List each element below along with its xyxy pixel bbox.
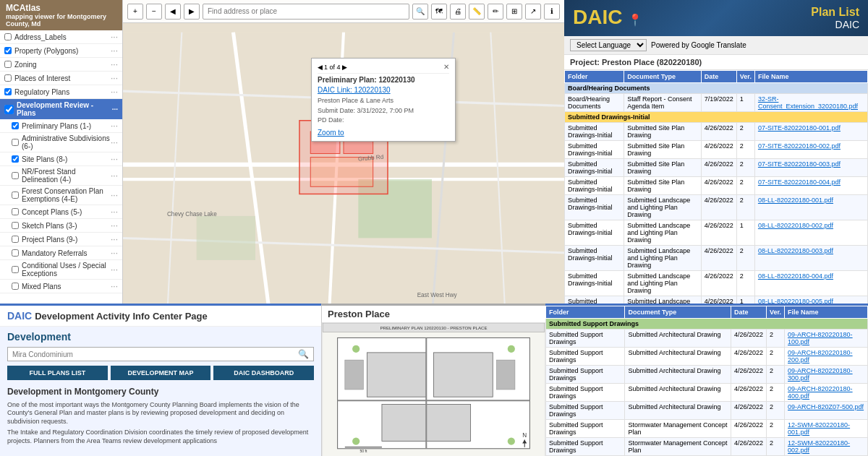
layer-checkbox[interactable] [4,47,12,54]
forward-button[interactable]: ▶ [184,4,200,20]
table-row[interactable]: Board/Hearing Documents Staff Report - C… [565,94,868,112]
language-select[interactable]: Select Language [570,39,647,51]
basemap-button[interactable]: 🗺 [431,4,447,20]
cell-file[interactable]: 07-SITE-820220180-002.pdf [754,141,867,159]
layer-group-dots[interactable]: ··· [112,106,118,113]
file-link[interactable]: 09-ARCH-820220180-200.pdf [788,349,853,363]
file-link[interactable]: 08-LL-820220180-005.pdf [758,298,833,304]
file-link[interactable]: 08-LL-820220180-003.pdf [758,247,833,254]
table-row[interactable]: Submitted Drawings-Initial Submitted Lan… [565,195,868,220]
cell-file[interactable]: 09-ARCH-820Z07-500.pdf [785,402,868,420]
file-link[interactable]: 07-SITE-820220180-002.pdf [758,142,841,150]
cell-file[interactable]: 07-SITE-820220180-004.pdf [754,177,867,195]
popup-daic-link[interactable]: DAIC Link: 120220130 [318,86,391,94]
popup-close-button[interactable]: ✕ [443,63,449,71]
layer-checkbox[interactable] [12,192,19,199]
measure-button[interactable]: 📏 [469,4,485,20]
popup-next-button[interactable]: ▶ [342,64,347,71]
layer-dots[interactable]: ··· [111,46,118,56]
layer-checkbox[interactable] [4,74,12,82]
layer-dots[interactable]: ··· [111,234,118,244]
share-button[interactable]: ↗ [525,4,541,20]
layer-dots[interactable]: ··· [111,171,118,181]
layer-dots[interactable]: ··· [111,190,118,200]
cell-file[interactable]: 32-SR-Consent_Extension_32020180.pdf [754,94,867,112]
layer-checkbox[interactable] [4,88,12,95]
layer-checkbox[interactable] [4,33,12,40]
table-row[interactable]: Submitted Support Drawings Submitted Arc… [546,384,868,402]
map-search-input[interactable] [203,4,409,20]
layer-checkbox[interactable] [12,172,19,179]
zoom-out-button[interactable]: − [146,4,162,20]
draw-button[interactable]: ✏ [488,4,503,20]
file-link[interactable]: 09-ARCH-820220180-100.pdf [788,331,853,345]
cell-file[interactable]: 07-SITE-820220180-003.pdf [754,159,867,177]
info-button[interactable]: ℹ [544,4,560,20]
file-link[interactable]: 09-ARCH-820220180-300.pdf [788,367,853,382]
layer-checkbox[interactable] [4,61,12,68]
search-icon[interactable]: 🔍 [412,4,428,20]
popup-prev-button[interactable]: ◀ [318,64,323,71]
layer-dots[interactable]: ··· [111,32,118,42]
layer-checkbox-dev-review[interactable] [4,105,14,114]
layer-checkbox[interactable] [12,249,19,257]
layer-dots[interactable]: ··· [111,248,118,258]
cell-file[interactable]: 08-LL-820220180-004.pdf [754,271,867,296]
layer-dots[interactable]: ··· [111,87,118,97]
layer-checkbox[interactable] [12,266,19,273]
layer-dots[interactable]: ··· [111,137,118,147]
zoom-in-button[interactable]: + [127,4,143,20]
layer-dots[interactable]: ··· [111,220,118,231]
cell-file[interactable]: 09-ARCH-820220180-100.pdf [785,330,868,348]
layer-dots[interactable]: ··· [111,281,118,291]
table-row[interactable]: Submitted Support Drawings Stormwater Ma… [546,420,868,438]
table-row[interactable]: Submitted Drawings-Initial Submitted Sit… [565,123,868,141]
table-row[interactable]: Submitted Drawings-Initial Submitted Sit… [565,177,868,195]
layer-dots[interactable]: ··· [111,121,118,131]
table-row[interactable]: Submitted Support Drawings Submitted Arc… [546,366,868,384]
table-row[interactable]: Submitted Drawings-Initial Submitted Lan… [565,220,868,246]
cell-file[interactable]: 09-ARCH-820220180-200.pdf [785,348,868,366]
table-row[interactable]: Submitted Drawings-Initial Submitted Lan… [565,296,868,304]
file-link[interactable]: 08-LL-820220180-001.pdf [758,197,833,204]
map-area[interactable]: + − ◀ ▶ 🔍 🗺 🖨 📏 ✏ ⊞ ↗ ℹ [123,0,564,304]
layer-toggle-button[interactable]: ⊞ [506,4,522,20]
dev-search-input[interactable] [12,350,298,358]
layer-checkbox[interactable] [12,283,19,290]
table-row[interactable]: Submitted Drawings-Initial Submitted Lan… [565,271,868,296]
file-link[interactable]: 12-SWM-820220180-001.pdf [788,421,850,436]
table-row[interactable]: Submitted Support Drawings Submitted Arc… [546,402,868,420]
table-row[interactable]: Submitted Support Drawings Submitted Arc… [546,348,868,366]
file-link[interactable]: 08-LL-820220180-002.pdf [758,222,833,229]
layer-dots[interactable]: ··· [111,154,118,164]
file-link[interactable]: 07-SITE-820220180-004.pdf [758,178,841,186]
table-row[interactable]: Submitted Drawings-Initial Submitted Sit… [565,159,868,177]
layer-checkbox[interactable] [12,155,19,163]
file-link[interactable]: 08-LL-820220180-004.pdf [758,272,833,280]
file-link[interactable]: 32-SR-Consent_Extension_32020180.pdf [758,95,858,110]
layer-checkbox[interactable] [12,222,19,229]
table-row[interactable]: Submitted Drawings-Initial Submitted Lan… [565,246,868,271]
table-row[interactable]: Submitted Support Drawings Submitted Arc… [546,330,868,348]
full-plans-button[interactable]: FULL PLANS LIST [7,366,108,380]
file-link[interactable]: 12-SWM-820220180-002.pdf [788,439,850,454]
file-link[interactable]: 07-SITE-820220180-001.pdf [758,124,841,132]
file-link[interactable]: 09-ARCH-820Z07-500.pdf [788,403,864,410]
cell-file[interactable]: 12-SWM-820220180-001.pdf [785,420,868,438]
cell-file[interactable]: 08-LL-820220180-001.pdf [754,195,867,220]
layer-checkbox[interactable] [12,122,19,129]
daic-dashboard-button[interactable]: DAIC DASHBOARD [213,366,314,380]
layer-checkbox[interactable] [12,139,19,146]
layer-dots[interactable]: ··· [111,264,118,275]
cell-file[interactable]: 09-ARCH-820220180-400.pdf [785,384,868,402]
layer-dots[interactable]: ··· [111,207,118,217]
layer-checkbox[interactable] [12,208,19,215]
layer-dots[interactable]: ··· [111,59,118,69]
popup-zoom-link[interactable]: Zoom to [318,129,449,137]
cell-file[interactable]: 09-ARCH-820220180-300.pdf [785,366,868,384]
cell-file[interactable]: 12-SWM-820220180-002.pdf [785,438,868,456]
back-button[interactable]: ◀ [165,4,181,20]
print-button[interactable]: 🖨 [450,4,466,20]
cell-file[interactable]: 08-LL-820220180-002.pdf [754,220,867,246]
table-row[interactable]: Submitted Support Drawings Stormwater Ma… [546,438,868,456]
